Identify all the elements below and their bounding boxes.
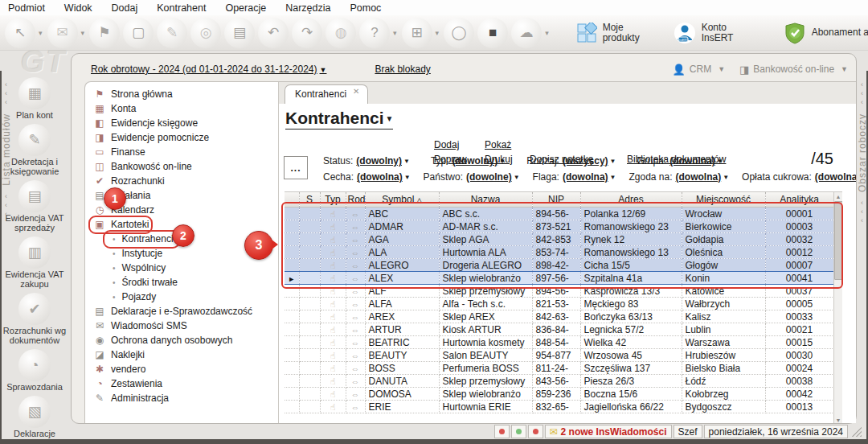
more-filters-button[interactable]: ...	[284, 156, 308, 179]
table-row[interactable]: ►☝⇔ALEXSklep wielobranżo897-56-Szpitalna…	[285, 272, 833, 285]
table-row[interactable]: ☝⇔ALAHurtownia ALA853-74-Romanowskiego 1…	[285, 246, 833, 259]
sidebar-item-konta[interactable]: ▦Konta	[85, 101, 278, 116]
filter-value-dropdown[interactable]: (dowolna)	[676, 171, 722, 183]
column-header-rod[interactable]: Rod	[346, 192, 365, 208]
sidebar-item-zestawienia[interactable]: ◔Zestawienia	[85, 376, 278, 391]
action-poka-[interactable]: Pokaż	[485, 139, 511, 150]
sidebar-item-finanse[interactable]: ▭Finanse	[85, 145, 278, 159]
lock-status-link[interactable]: Brak blokady	[375, 64, 430, 75]
table-row[interactable]: ☝⇔ALFAAlfa - Tech s.c.821-53-Męckiego 83…	[285, 298, 833, 310]
column-header-typ[interactable]: Typ	[320, 192, 346, 208]
table-row[interactable]: ☝⇔ABCABC s.c.894-56-Polanka 12/69Wrocław…	[285, 208, 833, 220]
user-box[interactable]: Szef	[674, 425, 702, 438]
cloud-services-icon[interactable]: ☁	[511, 18, 542, 48]
caret-down-icon[interactable]: ▾	[436, 29, 440, 37]
sidebar-item-rozrachunki[interactable]: ✔Rozrachunki	[85, 174, 278, 188]
sidebar-item-bankowosc-on-line[interactable]: ◫Bankowość on-line	[85, 159, 278, 174]
scroll-up-icon[interactable]: ▲	[836, 194, 841, 199]
find-icon[interactable]: ◎	[190, 18, 221, 48]
internet-globe-icon[interactable]: ◯	[444, 18, 474, 48]
send-icon[interactable]: ✉	[47, 18, 78, 48]
print-icon[interactable]: ▤	[224, 18, 255, 48]
filter-value-dropdown[interactable]: (dowolna)	[815, 171, 856, 183]
filter-value-dropdown[interactable]: (dowolna)	[563, 171, 608, 183]
sidebar-item-ewidencje-pomocnicze[interactable]: ◨Ewidencje pomocnicze	[85, 130, 278, 145]
column-header-nazwa[interactable]: Nazwa	[439, 192, 532, 208]
column-header-s[interactable]: S	[299, 192, 320, 208]
sidebar-item-wiadomosci-sms[interactable]: ✉Wiadomości SMS	[85, 319, 278, 333]
sidebar-item-srodki-trwale[interactable]: •Środki trwałe	[85, 275, 278, 290]
help-icon[interactable]: ?	[359, 18, 390, 48]
table-row[interactable]: ☝⇔DOMOSASklep wielobranżo859-236Boczna 1…	[285, 388, 833, 401]
caret-down-icon[interactable]: ▾	[81, 29, 85, 37]
moje-produkty-button[interactable]: Moje produkty	[576, 23, 653, 43]
table-row[interactable]: ☝⇔ALEGRODrogeria ALEGRO898-42-Cicha 15/5…	[285, 259, 833, 272]
sidebar-item-deklaracje-i-e-sprawozdawczosc[interactable]: ▤Deklaracje i e-Sprawozdawczość	[85, 304, 278, 319]
table-row[interactable]: ☝⇔BEATRICHurtownia kosmety848-54-Wielka …	[285, 336, 833, 349]
sidebar-item-pojazdy[interactable]: •Pojazdy	[85, 290, 278, 304]
menu-podmiot[interactable]: Podmiot	[8, 2, 45, 14]
back-icon[interactable]: ↶	[258, 18, 289, 48]
flag-pin-icon[interactable]: ⚑	[89, 18, 120, 48]
crm-menu[interactable]: 👤CRM▼	[673, 64, 725, 76]
table-row[interactable]: ☝⇔AGASklep AGA842-853Rynek 12Gołdapia000…	[285, 233, 833, 246]
caret-down-icon[interactable]: ▾	[39, 29, 43, 37]
scroll-down-icon[interactable]: ▼	[836, 417, 841, 423]
table-row[interactable]: ☝⇔ARTURKiosk ARTUR836-84-Legnicka 57/2Lu…	[285, 323, 833, 336]
rail-sprawozdania[interactable]: ◔Sprawozdania	[6, 349, 63, 392]
select-arrow-icon[interactable]: ↖	[5, 18, 35, 48]
filter-value-dropdown[interactable]: (dowolny)	[452, 155, 498, 166]
sidebar-item-ochrona-danych-osobowych[interactable]: ◉Ochrona danych osobowych	[85, 333, 278, 347]
forward-icon[interactable]: ↷	[292, 18, 322, 48]
column-header-miejscowość[interactable]: Miejscowość	[682, 192, 765, 208]
menu-operacje[interactable]: Operacje	[225, 2, 266, 14]
sidebar-item-administracja[interactable]: ✎Administracja	[85, 391, 278, 405]
filter-value-dropdown[interactable]: (wszyscy)	[563, 155, 608, 166]
menu-dodaj[interactable]: Dodaj	[112, 2, 138, 14]
fiscal-year-selector[interactable]: Rok obrotowy - 2024 (od 01-01-2024 do 31…	[91, 64, 326, 75]
module-list-strip[interactable]: ‹‹‹ Lista modułów ‹‹‹	[0, 80, 12, 418]
table-row[interactable]: ☝⇔BOSSPerfumeria BOSS811-24-Szczęśliwa 1…	[285, 362, 833, 375]
workstation-icon[interactable]: ⊞	[402, 18, 432, 48]
resize-grip-icon[interactable]	[852, 427, 862, 437]
menu-pomoc[interactable]: Pomoc	[350, 2, 381, 14]
vertical-scrollbar[interactable]: ▲ ▼	[833, 192, 842, 423]
filter-value-dropdown[interactable]: (dowolna)	[669, 155, 715, 166]
abonament-button[interactable]: Abonament aktywny	[784, 22, 868, 44]
menu-kontrahent[interactable]: Kontrahent	[157, 2, 206, 14]
caret-down-icon[interactable]: ▾	[393, 29, 397, 37]
column-header-nip[interactable]: NIP	[532, 192, 580, 208]
column-header-adres[interactable]: Adres	[580, 192, 682, 208]
filter-value-dropdown[interactable]: (dowolny)	[356, 155, 402, 166]
column-header-symbol[interactable]: Symbol ▵	[365, 192, 439, 208]
column-header-marker[interactable]	[285, 192, 299, 208]
page-title-menu[interactable]: Kontrahenci▼	[285, 109, 393, 130]
filter-value-dropdown[interactable]: (dowolna)	[357, 171, 403, 183]
table-row[interactable]: ☝⇔ADMARAD-MAR s.c.873-521Romanowskiego 2…	[285, 220, 833, 233]
table-row[interactable]: ☝⇔ERIEHurtownia ERIE832-65-Jagiellońska …	[285, 401, 833, 413]
scrollbar-thumb[interactable]	[834, 201, 843, 280]
sidebar-item-vendero[interactable]: ✱vendero	[85, 362, 278, 376]
filter-value-dropdown[interactable]: (dowolne)	[466, 171, 512, 183]
sidebar-item-ewidencje-ksiegowe[interactable]: ◧Ewidencje księgowe	[85, 116, 278, 130]
edit-icon[interactable]: ✎	[157, 18, 187, 48]
new-document-icon[interactable]: ▢	[123, 18, 154, 48]
action-dodaj[interactable]: Dodaj	[434, 139, 459, 150]
table-row[interactable]: ☝⇔DANUTASklep przemysłowy843-56-Piesza 2…	[285, 375, 833, 388]
column-header-analityka[interactable]: Analityka	[765, 192, 833, 208]
globe-doc-icon[interactable]: ◍	[326, 18, 356, 48]
cube-icon[interactable]: ■	[477, 18, 508, 48]
sidebar-item-naklejki[interactable]: ◪Naklejki	[85, 347, 278, 362]
tab-close-icon[interactable]: ✕	[353, 87, 359, 96]
table-row[interactable]: ☝⇔ALFSklep przemysłowy894-56-Kasprowicza…	[285, 285, 833, 298]
sidebar-item-strona-glowna[interactable]: ⚑Strona główna	[85, 87, 278, 101]
konto-insert-button[interactable]: InsERT Konto InsERT	[674, 22, 751, 44]
caret-down-icon[interactable]: ▾	[545, 29, 549, 37]
table-row[interactable]: ☝⇔AREXSklep AREX842-63-Bończyka 63/13Kal…	[285, 310, 833, 323]
menu-narzędzia[interactable]: Narzędzia	[285, 2, 330, 14]
rail-plan-kont[interactable]: ▦Plan kont	[16, 77, 53, 120]
tab-kontrahenci[interactable]: Kontrahenci ✕	[285, 84, 368, 104]
sidebar-item-wspolnicy[interactable]: •Wspólnicy	[85, 261, 278, 275]
table-row[interactable]: ☝⇔BEAUTYSalon BEAUTY954-877Wrzosowa 45Hr…	[285, 349, 833, 362]
banking-menu[interactable]: ◨Bankowość on-line▼	[739, 64, 848, 76]
